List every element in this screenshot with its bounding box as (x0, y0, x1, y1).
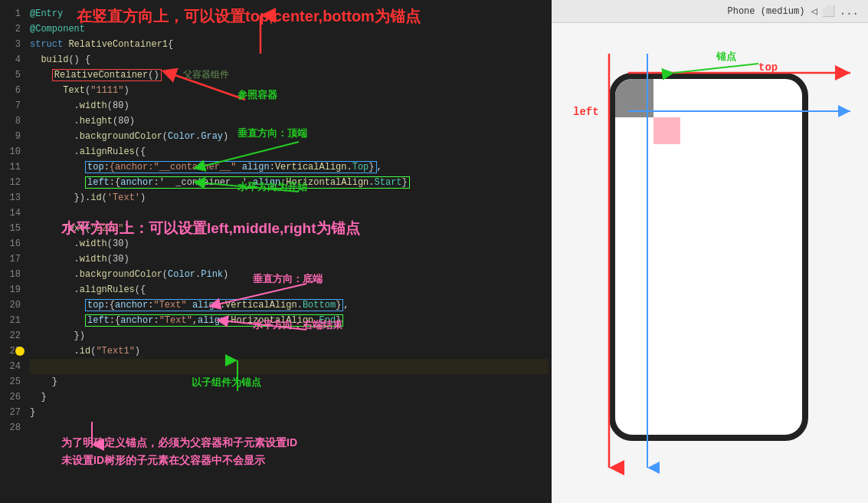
preview-content: top left 锚点 (552, 23, 868, 491)
svg-line-2 (199, 142, 299, 167)
label-horizontal-end: 水平方向：右端结束 (253, 318, 342, 332)
more-icon[interactable]: ... (840, 5, 859, 18)
preview-annotations-svg (552, 23, 868, 491)
phone-icon[interactable]: ⬜ (822, 5, 835, 18)
label-left: left (573, 106, 599, 118)
label-ref-container: 参照容器 (237, 88, 277, 102)
svg-line-4 (215, 284, 306, 305)
back-icon[interactable]: ◁ (811, 5, 817, 18)
title-vertical: 在竖直方向上，可以设置top,center,bottom为锚点 (77, 6, 421, 27)
bottom-note-line2: 未设置ID树形的子元素在父容器中不会显示 (61, 452, 297, 468)
label-horizontal-start: 水平方向为开始 (237, 180, 307, 194)
svg-line-12 (674, 64, 758, 73)
preview-toolbar[interactable]: ◁ ⬜ ... (811, 5, 859, 18)
label-vertical-top: 垂直方向：顶端 (237, 127, 307, 140)
bottom-note: 为了明确定义锚点，必须为父容器和子元素设置ID 未设置ID树形的子元素在父容器中… (61, 434, 297, 468)
bottom-note-line1: 为了明确定义锚点，必须为父容器和子元素设置ID (61, 434, 297, 451)
code-panel: 1 2 3 4 5 6 7 8 9 10 11 12 13 14 15 16 1… (0, 0, 552, 503)
code-annotations-svg (0, 0, 552, 503)
svg-line-0 (169, 73, 245, 100)
preview-panel: Phone (medium) ◁ ⬜ ... (552, 0, 868, 503)
preview-header: Phone (medium) ◁ ⬜ ... (552, 0, 868, 23)
preview-title: Phone (medium) (728, 6, 805, 17)
label-vertical-bottom: 垂直方向：底端 (253, 272, 323, 286)
label-child-anchor: 以子组件为锚点 (192, 376, 261, 390)
title-horizontal: 水平方向上：可以设置left,middle,right为锚点 (61, 219, 360, 238)
label-top: top (758, 61, 778, 74)
label-anchor-preview: 锚点 (716, 50, 736, 64)
